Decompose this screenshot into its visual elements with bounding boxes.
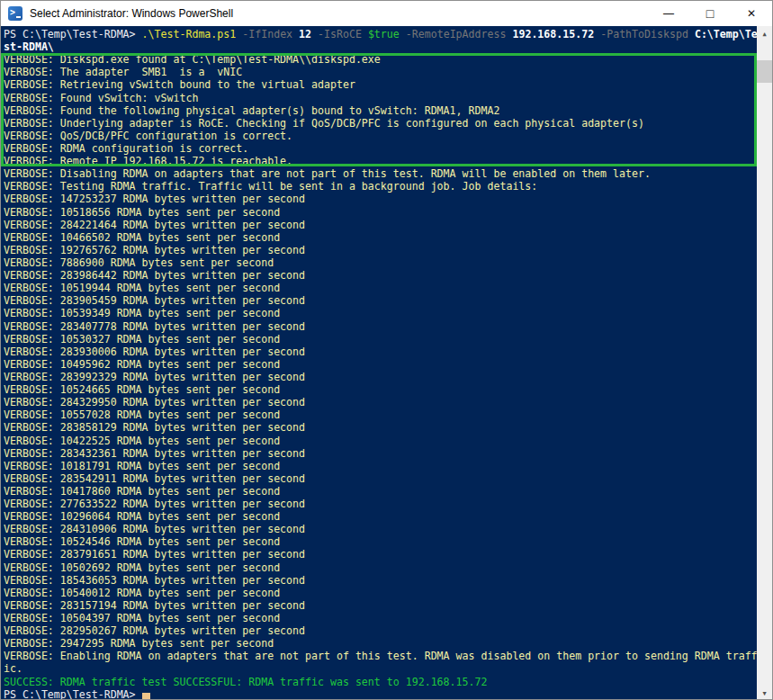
console-line: VERBOSE: Underlying adapter is RoCE. Che…	[4, 117, 757, 130]
console-line: VERBOSE: QoS/DCB/PFC configuration is co…	[4, 130, 757, 142]
console-text-segment: VERBOSE: Found vSwitch: vSwitch	[4, 92, 198, 104]
scroll-down-button[interactable]: ▼	[757, 686, 772, 700]
console-text-segment: -RemoteIpAddress	[406, 28, 507, 40]
console-text-segment: VERBOSE: 10296064 RDMA bytes sent per se…	[4, 510, 280, 523]
console-text-segment: VERBOSE: 283157194 RDMA bytes written pe…	[4, 599, 305, 612]
console-text-segment	[362, 28, 368, 40]
console-line: VERBOSE: Found the following physical ad…	[4, 104, 757, 117]
console-text-segment: VERBOSE: Retrieving vSwitch bound to the…	[4, 78, 355, 91]
console-text-segment: VERBOSE: Testing RDMA traffic. Traffic w…	[4, 180, 537, 193]
console-line: VERBOSE: 283930006 RDMA bytes written pe…	[4, 346, 757, 358]
console-output[interactable]: PS C:\Temp\Test-RDMA> .\Test-Rdma.ps1 -I…	[1, 26, 757, 700]
console-text-segment: VERBOSE: 10504397 RDMA bytes sent per se…	[4, 612, 280, 624]
minimize-button[interactable]: —	[648, 1, 689, 26]
console-line: VERBOSE: 10502692 RDMA bytes sent per se…	[4, 561, 757, 574]
console-text-segment: VERBOSE: 10519944 RDMA bytes sent per se…	[4, 282, 280, 294]
console-line: VERBOSE: 283986442 RDMA bytes written pe…	[4, 269, 757, 282]
console-line: VERBOSE: 283432361 RDMA bytes written pe…	[4, 447, 757, 460]
powershell-window: Select Administrator: Windows PowerShell…	[0, 0, 773, 700]
console-text-segment: VERBOSE: 7886900 RDMA bytes sent per sec…	[4, 256, 274, 269]
console-text-segment: SUCCESS: RDMA traffic test SUCCESSFUL: R…	[4, 676, 487, 688]
console-text-segment: VERBOSE: Enabling RDMA on adapters that …	[4, 650, 757, 662]
console-line: VERBOSE: 10557028 RDMA bytes sent per se…	[4, 408, 757, 421]
console-text-segment: VERBOSE: 284221464 RDMA bytes written pe…	[4, 219, 305, 231]
console-text-segment: VERBOSE: Diskspd.exe found at C:\Temp\Te…	[4, 53, 381, 66]
scroll-down-icon: ▼	[762, 690, 766, 697]
console-text-segment: PS C:\Temp\Test-RDMA>	[4, 688, 142, 700]
console-line: VERBOSE: Testing RDMA traffic. Traffic w…	[4, 180, 757, 193]
console-line: VERBOSE: 282950267 RDMA bytes written pe…	[4, 624, 757, 637]
console-text-segment: VERBOSE: Disabling RDMA on adapters that…	[4, 167, 651, 180]
console-text-segment: VERBOSE: 10502692 RDMA bytes sent per se…	[4, 561, 280, 574]
console-line: VERBOSE: 7886900 RDMA bytes sent per sec…	[4, 256, 757, 269]
console-line: VERBOSE: 10524665 RDMA bytes sent per se…	[4, 383, 757, 396]
text-cursor	[142, 693, 150, 699]
console-text-segment: VERBOSE: 283930006 RDMA bytes written pe…	[4, 346, 305, 358]
console-text-segment: 192.168.15.72	[512, 28, 594, 40]
console-line: ic.	[4, 662, 757, 675]
console-line: VERBOSE: 10524546 RDMA bytes sent per se…	[4, 535, 757, 548]
console-area[interactable]: PS C:\Temp\Test-RDMA> .\Test-Rdma.ps1 -I…	[1, 26, 772, 700]
console-text-segment	[311, 28, 318, 40]
console-text-segment: VERBOSE: Remote IP 192.168.15.72 is reac…	[4, 155, 292, 167]
title-bar[interactable]: Select Administrator: Windows PowerShell…	[1, 1, 772, 26]
console-line: VERBOSE: 10296064 RDMA bytes sent per se…	[4, 510, 757, 523]
console-line: PS C:\Temp\Test-RDMA> .\Test-Rdma.ps1 -I…	[4, 28, 757, 40]
window-controls: — □ ✕	[648, 1, 772, 26]
console-text-segment: VERBOSE: 10466502 RDMA bytes sent per se…	[4, 231, 280, 244]
console-line: VERBOSE: 284310906 RDMA bytes written pe…	[4, 523, 757, 535]
console-line: VERBOSE: 10181791 RDMA bytes sent per se…	[4, 460, 757, 472]
scroll-up-button[interactable]: ▲	[757, 26, 772, 41]
console-text-segment: VERBOSE: 10422525 RDMA bytes sent per se…	[4, 435, 280, 447]
console-line: VERBOSE: 10504397 RDMA bytes sent per se…	[4, 612, 757, 624]
console-line: VERBOSE: 283157194 RDMA bytes written pe…	[4, 599, 757, 612]
console-line: VERBOSE: 10519944 RDMA bytes sent per se…	[4, 282, 757, 294]
console-text-segment: VERBOSE: 283986442 RDMA bytes written pe…	[4, 269, 305, 282]
console-line: st-RDMA\	[4, 40, 757, 53]
console-text-segment: VERBOSE: 10540012 RDMA bytes sent per se…	[4, 587, 280, 599]
console-text-segment: C:\Temp\Te	[695, 28, 757, 40]
console-text-segment: VERBOSE: 283905459 RDMA bytes written pe…	[4, 294, 305, 307]
console-line: VERBOSE: The adapter SMB1 is a vNIC	[4, 66, 757, 78]
close-button[interactable]: ✕	[731, 1, 772, 26]
scrollbar-thumb[interactable]	[757, 60, 772, 83]
console-line: VERBOSE: Found vSwitch: vSwitch	[4, 92, 757, 104]
console-line: VERBOSE: 10417860 RDMA bytes sent per se…	[4, 485, 757, 498]
console-text-segment: VERBOSE: 10495962 RDMA bytes sent per se…	[4, 358, 280, 371]
console-line: VERBOSE: 283905459 RDMA bytes written pe…	[4, 294, 757, 307]
console-text-segment: -IsRoCE	[318, 28, 362, 40]
console-line: VERBOSE: 284221464 RDMA bytes written pe…	[4, 219, 757, 231]
console-text-segment: VERBOSE: Found the following physical ad…	[4, 104, 499, 117]
console-text-segment: VERBOSE: 284329950 RDMA bytes written pe…	[4, 396, 305, 408]
console-text-segment	[688, 28, 695, 40]
console-text-segment: $true	[368, 28, 400, 40]
console-text-segment: VERBOSE: 283992329 RDMA bytes written pe…	[4, 371, 305, 383]
console-line: PS C:\Temp\Test-RDMA>	[4, 688, 757, 700]
console-text-segment: VERBOSE: 282950267 RDMA bytes written pe…	[4, 624, 305, 637]
powershell-icon	[8, 6, 22, 21]
console-line: VERBOSE: 10518656 RDMA bytes sent per se…	[4, 206, 757, 219]
console-line: VERBOSE: Retrieving vSwitch bound to the…	[4, 78, 757, 91]
console-line: VERBOSE: 283791651 RDMA bytes written pe…	[4, 548, 757, 561]
console-text-segment: ic.	[4, 662, 22, 675]
maximize-button[interactable]: □	[689, 1, 731, 26]
console-text-segment: VERBOSE: RDMA configuration is correct.	[4, 142, 248, 155]
console-text-segment: VERBOSE: 10524546 RDMA bytes sent per se…	[4, 535, 280, 548]
console-line: VERBOSE: Enabling RDMA on adapters that …	[4, 650, 757, 662]
console-text-segment: VERBOSE: 283542911 RDMA bytes written pe…	[4, 472, 305, 485]
console-line: VERBOSE: Diskspd.exe found at C:\Temp\Te…	[4, 53, 757, 66]
console-text-segment: VERBOSE: The adapter SMB1 is a vNIC	[4, 66, 242, 78]
console-line: VERBOSE: 10495962 RDMA bytes sent per se…	[4, 358, 757, 371]
console-text-segment: VERBOSE: 10181791 RDMA bytes sent per se…	[4, 460, 280, 472]
console-text-segment: VERBOSE: 10417860 RDMA bytes sent per se…	[4, 485, 280, 498]
vertical-scrollbar[interactable]: ▲ ▼	[757, 26, 772, 700]
console-text-segment: PS C:\Temp\Test-RDMA>	[4, 28, 142, 40]
console-text-segment: VERBOSE: 10518656 RDMA bytes sent per se…	[4, 206, 280, 219]
console-text-segment: 12	[299, 28, 311, 40]
console-line: VERBOSE: 277633522 RDMA bytes written pe…	[4, 498, 757, 510]
console-text-segment: VERBOSE: 10539349 RDMA bytes sent per se…	[4, 307, 280, 319]
console-text-segment: VERBOSE: Underlying adapter is RoCE. Che…	[4, 117, 644, 130]
console-line: VERBOSE: 10530327 RDMA bytes sent per se…	[4, 333, 757, 346]
console-text-segment: VERBOSE: 192765762 RDMA bytes written pe…	[4, 244, 305, 256]
console-line: VERBOSE: 147253237 RDMA bytes written pe…	[4, 193, 757, 205]
